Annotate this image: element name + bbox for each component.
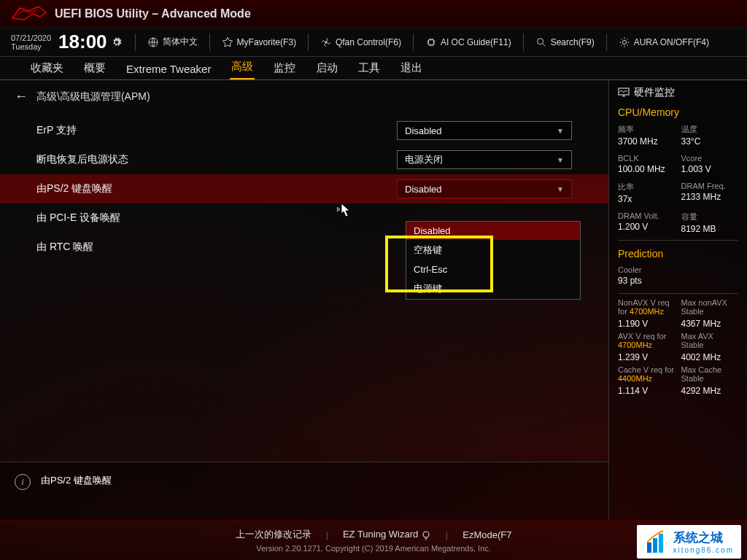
tab-3[interactable]: 高级 — [230, 55, 255, 79]
aura-button[interactable]: AURA ON/OFF(F4) — [613, 34, 715, 51]
chevron-down-icon: ▼ — [557, 127, 564, 135]
setting-row[interactable]: 断电恢复后电源状态电源关闭▼ — [0, 145, 608, 174]
header-bar: UEFI BIOS Utility – Advanced Mode — [0, 0, 747, 28]
stat-item: 容量8192 MB — [681, 211, 739, 234]
prediction-item: Cache V req for 4400MHzMax Cache Stable1… — [618, 365, 738, 396]
dropdown-option[interactable]: 电源键 — [406, 279, 580, 299]
setting-label: 断电恢复后电源状态 — [36, 153, 397, 166]
breadcrumb: ← 高级\高级电源管理(APM) — [0, 80, 608, 113]
stat-item: DRAM Volt.1.200 V — [618, 211, 676, 234]
fan-icon — [320, 36, 332, 48]
stat-item: BCLK100.00 MHz — [618, 154, 676, 174]
setting-label: 由PS/2 键盘唤醒 — [36, 182, 397, 195]
bulb-icon — [421, 530, 431, 540]
breadcrumb-text: 高级\高级电源管理(APM) — [36, 90, 150, 104]
footer-links: 上一次的修改记录|EZ Tuning Wizard |EzMode(F7 — [227, 528, 521, 541]
dropdown-option[interactable]: Ctrl-Esc — [406, 260, 580, 279]
svg-rect-8 — [653, 538, 657, 553]
rog-logo-icon — [11, 5, 47, 23]
help-text: 由PS/2 键盘唤醒 — [41, 474, 112, 487]
info-icon: i — [15, 474, 31, 490]
footer: 上一次的修改记录|EZ Tuning Wizard |EzMode(F7 Ver… — [0, 520, 747, 560]
search-button[interactable]: Search(F9) — [530, 34, 600, 51]
setting-label: ErP 支持 — [36, 124, 397, 137]
cooler-value: 93 pts — [618, 276, 738, 286]
dropdown-menu: Disabled空格键Ctrl-Esc电源键 — [406, 221, 581, 300]
svg-point-6 — [423, 532, 429, 537]
cooler-label: Cooler — [618, 265, 738, 274]
date-block: 07/21/2020 Tuesday — [11, 34, 51, 51]
monitor-icon — [618, 88, 630, 98]
stat-item: 比率37x — [618, 182, 676, 204]
tab-7[interactable]: 退出 — [399, 57, 424, 79]
globe-icon — [147, 36, 159, 48]
search-icon — [535, 36, 547, 48]
tab-5[interactable]: 启动 — [314, 57, 339, 79]
language-button[interactable]: 简体中文 — [142, 33, 204, 51]
svg-point-3 — [537, 38, 543, 44]
prediction-item: NonAVX V req for 4700MHzMax nonAVX Stabl… — [618, 298, 738, 329]
setting-select[interactable]: Disabled▼ — [397, 121, 572, 140]
svg-point-4 — [622, 40, 626, 44]
gear-icon[interactable] — [112, 37, 122, 47]
help-bar: i 由PS/2 键盘唤醒 — [0, 462, 608, 520]
chip-icon — [425, 36, 437, 48]
aura-icon — [619, 36, 630, 48]
tabs-bar: 收藏夹概要Extreme Tweaker高级监控启动工具退出 — [0, 57, 747, 80]
svg-rect-7 — [647, 542, 651, 553]
time-text: 18:00 — [58, 31, 107, 53]
tab-6[interactable]: 工具 — [357, 57, 382, 79]
setting-select[interactable]: Disabled▼ — [397, 179, 572, 198]
stat-item: Vcore1.003 V — [681, 154, 739, 174]
date-text: 07/21/2020 — [11, 34, 51, 42]
sidebar-section-prediction: Prediction — [618, 248, 738, 260]
footer-link[interactable]: EzMode(F7 — [454, 529, 520, 540]
cursor-icon — [337, 202, 353, 219]
settings-list: ErP 支持Disabled▼断电恢复后电源状态电源关闭▼由PS/2 键盘唤醒D… — [0, 113, 608, 462]
sidebar: 硬件监控 CPU/Memory 频率3700 MHz温度33°CBCLK100.… — [608, 80, 747, 520]
stat-item: 温度33°C — [681, 124, 739, 147]
setting-select[interactable]: 电源关闭▼ — [397, 150, 572, 169]
tab-2[interactable]: Extreme Tweaker — [125, 58, 212, 79]
watermark-title: 系统之城 — [673, 529, 734, 546]
time-block: 18:00 — [58, 31, 122, 53]
chevron-down-icon: ▼ — [557, 185, 564, 193]
tab-0[interactable]: 收藏夹 — [29, 57, 65, 79]
svg-rect-2 — [429, 39, 434, 44]
app-title: UEFI BIOS Utility – Advanced Mode — [55, 7, 251, 20]
watermark-url: xitong86.com — [673, 546, 734, 554]
sidebar-title: 硬件监控 — [618, 86, 738, 99]
footer-link[interactable]: EZ Tuning Wizard — [334, 529, 440, 540]
aioc-button[interactable]: AI OC Guide(F11) — [419, 34, 517, 51]
tab-1[interactable]: 概要 — [82, 57, 107, 79]
day-text: Tuesday — [11, 42, 51, 51]
dropdown-option[interactable]: 空格键 — [406, 240, 580, 260]
footer-copyright: Version 2.20.1271. Copyright (C) 2019 Am… — [256, 544, 491, 553]
setting-row[interactable]: ErP 支持Disabled▼ — [0, 116, 608, 145]
qfan-button[interactable]: Qfan Control(F6) — [314, 34, 407, 51]
favorite-button[interactable]: MyFavorite(F3) — [216, 34, 302, 51]
stat-item: 频率3700 MHz — [618, 124, 676, 147]
footer-link[interactable]: 上一次的修改记录 — [227, 528, 320, 541]
star-icon — [222, 36, 233, 48]
tab-4[interactable]: 监控 — [272, 57, 297, 79]
dropdown-option[interactable]: Disabled — [406, 222, 580, 240]
toolbar: 07/21/2020 Tuesday 18:00 简体中文 MyFavorite… — [0, 28, 747, 57]
setting-row[interactable]: 由PS/2 键盘唤醒Disabled▼ — [0, 174, 608, 203]
prediction-item: AVX V req for 4700MHzMax AVX Stable1.239… — [618, 332, 738, 362]
sidebar-section-cpu: CPU/Memory — [618, 106, 738, 118]
watermark-icon — [644, 529, 669, 554]
stat-item: DRAM Freq.2133 MHz — [681, 182, 739, 204]
back-arrow-icon[interactable]: ← — [15, 89, 28, 104]
chevron-down-icon: ▼ — [557, 156, 564, 164]
watermark: 系统之城 xitong86.com — [637, 525, 741, 559]
svg-rect-9 — [659, 534, 663, 553]
